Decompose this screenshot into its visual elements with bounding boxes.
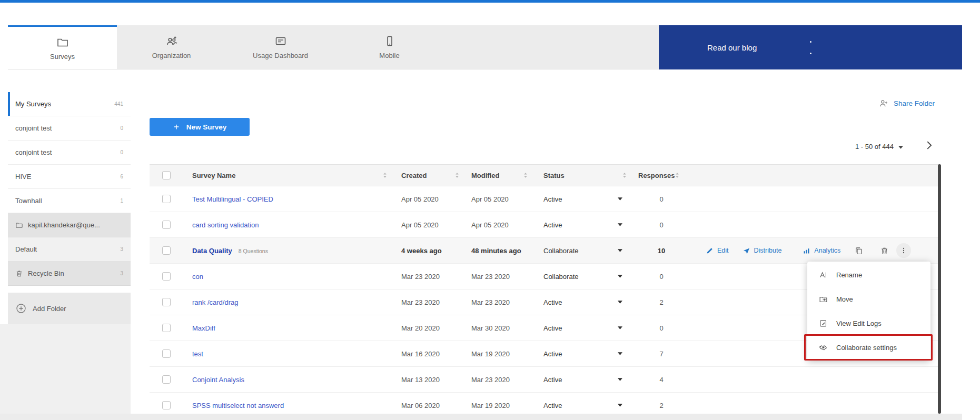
row-checkbox[interactable] xyxy=(162,401,171,409)
row-checkbox[interactable] xyxy=(162,298,171,306)
status-label: Active xyxy=(543,298,562,306)
sort-icon[interactable] xyxy=(383,172,387,178)
edit-logs-icon xyxy=(819,319,828,328)
status-dropdown[interactable] xyxy=(618,378,622,381)
column-header-responses[interactable]: Responses xyxy=(631,165,685,186)
status-dropdown[interactable] xyxy=(618,404,622,407)
status-dropdown[interactable] xyxy=(618,223,622,226)
add-folder-button[interactable]: Add Folder xyxy=(8,293,131,324)
sort-icon[interactable] xyxy=(622,172,627,178)
survey-name-link[interactable]: test xyxy=(192,350,203,358)
modified-cell: 48 minutes ago xyxy=(463,247,532,255)
sidebar-item-default[interactable]: Default 3 xyxy=(8,237,131,262)
analytics-action[interactable]: Analytics xyxy=(803,247,840,255)
row-checkbox[interactable] xyxy=(162,272,171,281)
sidebar-item-conjoint-test[interactable]: conjoint test 0 xyxy=(8,141,131,165)
row-checkbox[interactable] xyxy=(162,195,171,203)
column-header-label: Responses xyxy=(638,172,675,179)
sidebar-item-townhall[interactable]: Townhall 1 xyxy=(8,189,131,213)
menu-item-view-edit-logs[interactable]: View Edit Logs xyxy=(807,311,930,335)
dots-vertical-icon xyxy=(899,246,908,255)
column-header-label: Status xyxy=(543,172,565,179)
menu-item-label: Rename xyxy=(836,271,862,279)
blog-promo-banner[interactable]: Read our blog xyxy=(659,25,962,69)
promo-title-link[interactable]: Read our blog xyxy=(707,43,757,52)
table-row: Data Quality 8 Questions 4 weeks ago 48 … xyxy=(150,238,938,264)
survey-name-link[interactable]: SPSS multiselect not answerd xyxy=(192,402,284,409)
survey-name-link[interactable]: MaxDiff xyxy=(192,324,215,332)
row-checkbox[interactable] xyxy=(162,349,171,358)
tab-surveys[interactable]: Surveys xyxy=(8,25,117,69)
page-background xyxy=(0,324,131,420)
modified-cell: Apr 05 2020 xyxy=(463,221,532,229)
plus-circle-icon xyxy=(15,303,27,314)
pagination-label: 1 - 50 of 444 xyxy=(855,143,894,151)
status-dropdown[interactable] xyxy=(618,249,622,252)
more-options-button[interactable] xyxy=(896,243,911,258)
distribute-action[interactable]: Distribute xyxy=(743,247,782,255)
pagination-control[interactable]: 1 - 50 of 444 xyxy=(855,143,903,151)
table-header: Survey Name Created Modified Status Resp… xyxy=(150,164,938,186)
menu-item-rename[interactable]: Rename xyxy=(807,263,930,287)
tab-mobile[interactable]: Mobile xyxy=(335,25,444,69)
survey-name-link[interactable]: con xyxy=(192,273,203,281)
trash-icon[interactable] xyxy=(880,246,889,255)
responses-cell: 2 xyxy=(631,402,685,409)
sidebar-item-recycle-bin[interactable]: Recycle Bin 3 xyxy=(8,262,131,286)
status-dropdown[interactable] xyxy=(618,275,622,278)
responses-cell: 2 xyxy=(631,298,685,306)
table-row: Test Multilingual - COPIED Apr 05 2020 A… xyxy=(150,186,938,212)
row-checkbox[interactable] xyxy=(162,246,171,255)
survey-name-link[interactable]: Data Quality xyxy=(192,247,232,255)
row-checkbox[interactable] xyxy=(162,324,171,332)
survey-name-link[interactable]: Conjoint Analysis xyxy=(192,376,244,384)
sidebar-item-hive[interactable]: HIVE 6 xyxy=(8,165,131,189)
top-accent-bar xyxy=(0,0,980,3)
sidebar-item-my-surveys[interactable]: My Surveys 441 xyxy=(8,92,131,116)
modified-cell: Mar 19 2020 xyxy=(463,350,532,358)
next-page-button[interactable] xyxy=(923,139,935,153)
sort-icon[interactable] xyxy=(523,172,528,178)
sidebar-item-kapil-khandekar-que[interactable]: kapil.khandekar@que... xyxy=(8,213,131,237)
sidebar-item-count: 441 xyxy=(114,101,123,107)
status-dropdown[interactable] xyxy=(618,326,622,329)
responses-cell: 0 xyxy=(631,221,685,229)
status-dropdown[interactable] xyxy=(618,301,622,304)
created-cell: Mar 13 2020 xyxy=(392,376,463,384)
caret-down-icon xyxy=(898,146,903,149)
survey-name-link[interactable]: rank /card/drag xyxy=(192,298,238,306)
sort-icon[interactable] xyxy=(455,172,459,178)
menu-item-collaborate-settings[interactable]: Collaborate settings xyxy=(807,335,930,359)
column-header-status[interactable]: Status xyxy=(532,165,631,186)
chevron-right-icon xyxy=(923,139,935,151)
edit-action[interactable]: Edit xyxy=(706,247,729,255)
tab-label: Mobile xyxy=(379,52,399,59)
menu-item-move[interactable]: Move xyxy=(807,287,930,311)
select-all-checkbox[interactable] xyxy=(162,171,171,179)
tab-usage-dashboard[interactable]: Usage Dashboard xyxy=(226,25,335,69)
sort-icon[interactable] xyxy=(675,172,679,178)
column-header-modified[interactable]: Modified xyxy=(463,165,532,186)
status-dropdown[interactable] xyxy=(618,352,622,355)
tab-label: Organization xyxy=(152,52,191,59)
column-header-label: Survey Name xyxy=(192,172,235,179)
status-dropdown[interactable] xyxy=(618,197,622,201)
row-checkbox[interactable] xyxy=(162,221,171,229)
share-folder-button[interactable]: Share Folder xyxy=(878,98,935,108)
column-header-created[interactable]: Created xyxy=(392,165,463,186)
sidebar-item-count: 3 xyxy=(120,271,123,276)
distribute-label: Distribute xyxy=(754,247,782,254)
responses-cell: 10 xyxy=(631,247,685,255)
column-header-survey-name[interactable]: Survey Name xyxy=(183,165,392,186)
tab-organization[interactable]: Organization xyxy=(117,25,226,69)
sidebar-item-conjoint-test[interactable]: conjoint test 0 xyxy=(8,116,131,141)
sidebar-item-count: 0 xyxy=(120,125,123,131)
new-survey-button[interactable]: New Survey xyxy=(150,118,250,136)
survey-name-link[interactable]: Test Multilingual - COPIED xyxy=(192,195,273,203)
caret-down-icon xyxy=(618,249,622,252)
row-checkbox[interactable] xyxy=(162,375,171,384)
table-scrollbar[interactable] xyxy=(938,164,941,414)
promo-bullet-list xyxy=(807,36,817,59)
survey-name-link[interactable]: card sorting validation xyxy=(192,221,259,229)
copy-icon[interactable] xyxy=(854,246,863,255)
